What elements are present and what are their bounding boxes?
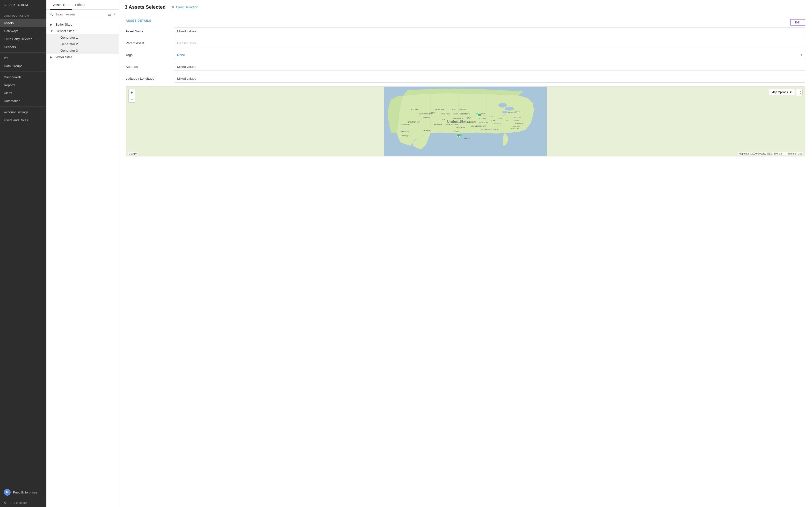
- svg-text:NEW YORK: NEW YORK: [513, 116, 520, 118]
- section-title: ASSET DETAILS: [126, 19, 805, 22]
- clear-selection-label: Clear Selection: [176, 5, 198, 9]
- home-icon: ⌂: [4, 3, 6, 7]
- fullscreen-icon: ⛶: [798, 91, 801, 95]
- svg-text:Toronto: Toronto: [514, 120, 519, 121]
- avatar: M: [4, 489, 11, 496]
- tree-label-water-sites: Water Sites: [56, 55, 72, 59]
- sidebar-item-assets[interactable]: Assets: [0, 19, 46, 27]
- tree-label-genset-sites: Genset Sites: [56, 29, 74, 33]
- search-input[interactable]: [55, 12, 106, 16]
- form-row-asset-name: Asset Name: [126, 27, 805, 35]
- label-tags: Tags: [126, 53, 169, 57]
- content-header: 3 Assets Selected ✕ Clear Selection: [119, 0, 812, 14]
- svg-text:NJ: NJ: [506, 120, 508, 121]
- map-options-button[interactable]: Map Options ▼: [769, 89, 795, 95]
- sidebar-item-third-party-devices[interactable]: Third Party Devices: [0, 35, 46, 43]
- sidebar-item-account-settings[interactable]: Account Settings: [0, 108, 46, 116]
- svg-text:OHIO: OHIO: [489, 115, 493, 117]
- svg-text:MD/DE/NJ: MD/DE/NJ: [513, 125, 520, 127]
- svg-text:OKLAHOMA: OKLAHOMA: [456, 126, 466, 128]
- add-asset-icon[interactable]: +: [114, 12, 116, 17]
- tree-item-generator-2[interactable]: Generator 2: [46, 41, 119, 47]
- sidebar-item-gateways[interactable]: Gateways: [0, 27, 46, 35]
- edit-button[interactable]: Edit: [790, 19, 805, 25]
- svg-text:Ottawa: Ottawa: [515, 111, 520, 113]
- map-options-label: Map Options: [771, 91, 788, 94]
- select-tags[interactable]: None: [174, 51, 805, 59]
- sidebar-item-alerts[interactable]: Alerts: [0, 89, 46, 97]
- svg-text:NY: NY: [503, 115, 505, 117]
- chevron-genset-sites: ▼: [50, 30, 54, 33]
- search-icon: 🔍: [49, 12, 53, 16]
- svg-point-2: [505, 107, 514, 111]
- tab-asset-tree[interactable]: Asset Tree: [50, 0, 72, 10]
- svg-text:ILLINOIS: ILLINOIS: [479, 118, 486, 119]
- content-panel: 3 Assets Selected ✕ Clear Selection Edit…: [119, 0, 812, 507]
- input-lat-lng[interactable]: [174, 74, 805, 82]
- svg-point-55: [478, 113, 481, 116]
- sidebar-item-sensors[interactable]: Sensors: [0, 43, 46, 51]
- tree-item-boiler-sites[interactable]: ▶ Boiler Sites: [46, 21, 119, 28]
- sidebar-item-dashboards[interactable]: Dashboards: [0, 73, 46, 81]
- svg-text:KENTUCKY: KENTUCKY: [479, 122, 489, 124]
- select-wrapper-tags: None ▼: [174, 51, 805, 59]
- sidebar-item-automation[interactable]: Automation: [0, 97, 46, 105]
- main-content: Asset Tree Labels 🔍 ☰ + ▶ Boiler Sites: [46, 0, 812, 507]
- svg-text:MINNESOTA: MINNESOTA: [461, 113, 470, 115]
- input-asset-name[interactable]: [174, 27, 805, 35]
- tab-labels[interactable]: Labels: [72, 0, 88, 10]
- svg-text:TEXAS: TEXAS: [454, 130, 459, 132]
- svg-point-3: [502, 111, 508, 114]
- sidebar-item-io[interactable]: I/O: [0, 54, 46, 62]
- sidebar-item-reports[interactable]: Reports: [0, 81, 46, 89]
- sidebar-item-users-and-roles[interactable]: Users and Roles: [0, 116, 46, 124]
- sidebar: ⌂ BACK TO HOME CONFIGURATION Assets Gate…: [0, 0, 46, 507]
- tree-item-water-sites[interactable]: ▶ Water Sites: [46, 54, 119, 60]
- map-fullscreen-button[interactable]: ⛶: [796, 89, 803, 96]
- svg-text:MONTANA: MONTANA: [435, 108, 445, 110]
- svg-text:TENNESSEE: TENNESSEE: [476, 125, 486, 127]
- svg-text:CALIFORNIA: CALIFORNIA: [407, 121, 420, 123]
- label-address: Address: [126, 65, 169, 68]
- assets-selected-title: 3 Assets Selected: [125, 4, 165, 10]
- map-zoom-out-button[interactable]: −: [128, 96, 135, 103]
- clear-x-icon: ✕: [171, 5, 174, 9]
- svg-text:VIRGINIA: VIRGINIA: [495, 123, 502, 125]
- svg-text:San Francisco: San Francisco: [400, 123, 410, 125]
- svg-text:NEVADA: NEVADA: [422, 116, 430, 119]
- svg-text:OREGON: OREGON: [410, 108, 418, 110]
- svg-text:IDAHO: IDAHO: [429, 112, 435, 113]
- map-container: WASHINGTON OREGON CALIFORNIA NEVADA IDAH…: [126, 87, 805, 157]
- feedback-label[interactable]: Feedback: [14, 501, 27, 505]
- label-asset-name: Asset Name: [126, 30, 169, 33]
- asset-tree: ▶ Boiler Sites ▼ Genset Sites Generator …: [46, 19, 119, 507]
- tree-item-generator-3[interactable]: Generator 3: [46, 47, 119, 54]
- back-to-home-button[interactable]: ⌂ BACK TO HOME: [0, 0, 46, 10]
- collapse-sidebar-icon[interactable]: ‹: [42, 501, 43, 505]
- tree-item-generator-1[interactable]: Generator 1: [46, 34, 119, 41]
- input-parent-asset[interactable]: [174, 39, 805, 47]
- filter-icon[interactable]: ☰: [108, 12, 111, 17]
- label-parent-asset: Parent Asset: [126, 41, 169, 45]
- chevron-water-sites: ▶: [50, 56, 54, 59]
- svg-text:Los Angeles: Los Angeles: [400, 130, 409, 132]
- search-bar: 🔍 ☰ +: [46, 10, 119, 19]
- map-attribution-details: Map data ©2020 Google, INEGI 500 km —— T…: [738, 152, 803, 155]
- input-address[interactable]: [174, 63, 805, 71]
- settings-icon[interactable]: ⚙: [4, 501, 7, 505]
- form-row-address: Address: [126, 63, 805, 71]
- svg-text:MISSISSIPPI ALABAMA: MISSISSIPPI ALABAMA: [480, 129, 498, 130]
- help-icon[interactable]: ?: [10, 501, 11, 505]
- account-section[interactable]: M Pueo Enterprises: [0, 486, 46, 499]
- svg-text:WYOMING: WYOMING: [441, 113, 450, 115]
- tree-item-genset-sites[interactable]: ▼ Genset Sites: [46, 28, 119, 34]
- map-zoom-in-button[interactable]: +: [128, 89, 135, 96]
- svg-point-56: [457, 134, 460, 137]
- clear-selection-button[interactable]: ✕ Clear Selection: [169, 4, 200, 10]
- content-area: Asset Tree Labels 🔍 ☰ + ▶ Boiler Sites: [46, 0, 812, 507]
- sidebar-item-data-groups[interactable]: Data Groups: [0, 62, 46, 70]
- sidebar-footer: ⚙ ? Feedback ‹: [0, 499, 46, 507]
- chevron-boiler-sites: ▶: [50, 23, 54, 26]
- svg-text:NORTH DAKOTA: NORTH DAKOTA: [451, 108, 466, 110]
- svg-text:Houston: Houston: [464, 137, 470, 139]
